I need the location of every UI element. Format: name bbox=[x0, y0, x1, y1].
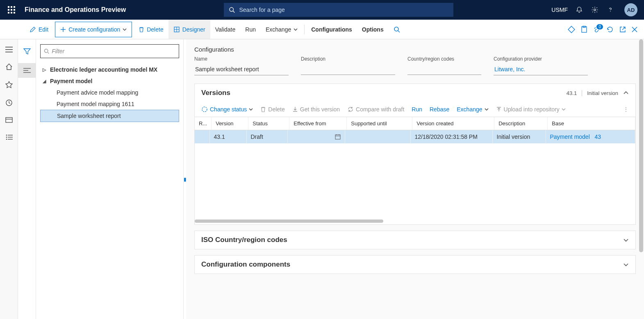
vertical-scrollbar[interactable] bbox=[639, 39, 643, 318]
trash-icon bbox=[139, 27, 144, 32]
edit-button[interactable]: Edit bbox=[25, 20, 53, 39]
home-icon[interactable] bbox=[5, 63, 13, 70]
tree-filter[interactable] bbox=[40, 44, 179, 58]
bell-icon[interactable] bbox=[575, 6, 583, 14]
tree-label: Electronic ledger accounting model MX bbox=[50, 66, 157, 73]
col-description[interactable]: Description bbox=[494, 117, 548, 130]
base-link[interactable]: Payment model bbox=[550, 133, 590, 140]
base-version: 43 bbox=[594, 133, 601, 140]
gear-icon[interactable] bbox=[591, 6, 599, 14]
upload-button[interactable]: Upload into repository bbox=[496, 106, 566, 113]
exchange-button[interactable]: Exchange bbox=[261, 20, 303, 39]
cell-created: 12/18/2020 02:31:58 PM bbox=[410, 130, 492, 143]
col-supported[interactable]: Supported until bbox=[347, 117, 412, 130]
modules-icon[interactable] bbox=[5, 134, 13, 140]
filter-pane-icon[interactable] bbox=[18, 44, 36, 59]
designer-button[interactable]: Designer bbox=[168, 20, 210, 39]
horizontal-scrollbar[interactable] bbox=[195, 219, 383, 223]
recent-icon[interactable] bbox=[5, 99, 13, 106]
region-label: Country/region codes bbox=[407, 56, 481, 62]
svg-point-21 bbox=[6, 135, 7, 136]
components-title: Configuration components bbox=[201, 260, 623, 269]
collapse-icon[interactable] bbox=[623, 90, 629, 96]
delete-button[interactable]: Delete bbox=[134, 20, 168, 39]
version-delete-button[interactable]: Delete bbox=[260, 106, 284, 113]
svg-point-2 bbox=[594, 9, 596, 11]
calendar-icon bbox=[335, 134, 341, 140]
options-button[interactable]: Options bbox=[357, 20, 389, 39]
related-info-icon[interactable] bbox=[18, 63, 36, 78]
overflow-button[interactable]: ⋮ bbox=[623, 106, 629, 113]
search-icon bbox=[229, 7, 235, 13]
run-button[interactable]: Run bbox=[240, 20, 261, 39]
search-input[interactable] bbox=[239, 7, 449, 13]
tree-node-payment-mapping-1611[interactable]: Payment model mapping 1611 bbox=[40, 98, 179, 110]
expand-icon[interactable] bbox=[623, 262, 629, 267]
tree-node-electronic-ledger[interactable]: ▷ Electronic ledger accounting model MX bbox=[40, 64, 179, 75]
toolbar-search-button[interactable] bbox=[389, 20, 405, 39]
tree-node-sample-worksheet[interactable]: Sample worksheet report bbox=[40, 110, 179, 122]
workspace-icon[interactable] bbox=[5, 117, 13, 124]
configurations-button[interactable]: Configurations bbox=[306, 20, 357, 39]
compare-button[interactable]: Compare with draft bbox=[347, 106, 404, 113]
cell-base: Payment model 43 bbox=[546, 130, 635, 143]
upload-icon bbox=[496, 106, 502, 112]
tree-node-payment-model[interactable]: ◢ Payment model bbox=[40, 75, 179, 87]
get-version-button[interactable]: Get this version bbox=[292, 106, 340, 113]
name-value[interactable]: Sample worksheet report bbox=[194, 63, 289, 75]
col-effective[interactable]: Effective from bbox=[289, 117, 347, 130]
company-code[interactable]: USMF bbox=[551, 7, 568, 13]
app-launcher[interactable] bbox=[3, 0, 20, 20]
download-icon bbox=[292, 106, 298, 112]
change-status-button[interactable]: Change status bbox=[201, 106, 253, 113]
tree-node-payment-advice[interactable]: Payment advice model mapping bbox=[40, 87, 179, 98]
attachments-badge: 0 bbox=[596, 23, 604, 30]
search-icon bbox=[394, 26, 400, 33]
description-value[interactable] bbox=[301, 63, 395, 75]
create-config-button[interactable]: Create configuration bbox=[55, 22, 132, 37]
hamburger-icon[interactable] bbox=[5, 47, 13, 52]
chevron-down-icon bbox=[485, 107, 489, 111]
popout-icon[interactable] bbox=[619, 26, 626, 33]
version-exchange-button[interactable]: Exchange bbox=[457, 106, 488, 113]
col-checkbox[interactable]: R... bbox=[195, 117, 212, 130]
versions-summary-version: 43.1 bbox=[567, 90, 577, 96]
delete-label: Delete bbox=[147, 26, 163, 33]
name-label: Name bbox=[194, 56, 289, 62]
refresh-icon[interactable] bbox=[606, 26, 614, 33]
col-created[interactable]: Version created bbox=[412, 117, 494, 130]
app-title: Finance and Operations Preview bbox=[25, 6, 126, 14]
expand-icon[interactable] bbox=[623, 237, 629, 243]
plus-icon bbox=[60, 27, 66, 32]
col-version[interactable]: Version bbox=[212, 117, 248, 130]
rebase-button[interactable]: Rebase bbox=[430, 106, 449, 113]
version-run-button[interactable]: Run bbox=[412, 106, 422, 113]
col-base[interactable]: Base bbox=[548, 117, 635, 130]
diamond-icon[interactable] bbox=[568, 26, 575, 33]
tree-label: Sample worksheet report bbox=[57, 113, 121, 119]
svg-point-25 bbox=[6, 139, 7, 140]
star-icon[interactable] bbox=[5, 81, 13, 88]
close-icon[interactable] bbox=[632, 27, 637, 32]
table-row[interactable]: 43.1 Draft 12/18/2020 02:31:58 PM Initia… bbox=[195, 130, 635, 143]
breadcrumb: Configurations bbox=[194, 46, 636, 53]
help-icon[interactable] bbox=[606, 6, 614, 14]
filter-input[interactable] bbox=[52, 48, 175, 54]
region-value[interactable] bbox=[407, 63, 481, 75]
tree-label: Payment model bbox=[50, 78, 92, 84]
svg-point-9 bbox=[394, 27, 398, 31]
validate-button[interactable]: Validate bbox=[210, 20, 241, 39]
chevron-down-icon bbox=[123, 27, 127, 32]
avatar[interactable]: AD bbox=[624, 3, 637, 16]
global-search[interactable] bbox=[224, 3, 453, 17]
cell-effective[interactable] bbox=[287, 130, 345, 143]
attachments-icon[interactable]: 0 bbox=[593, 26, 601, 33]
chevron-down-icon bbox=[249, 107, 253, 111]
provider-value[interactable]: Litware, Inc. bbox=[494, 63, 588, 75]
svg-point-32 bbox=[202, 107, 207, 112]
create-label: Create configuration bbox=[68, 26, 120, 33]
clipboard-icon[interactable] bbox=[581, 26, 587, 33]
svg-point-30 bbox=[44, 49, 48, 52]
col-status[interactable]: Status bbox=[248, 117, 289, 130]
iso-title: ISO Country/region codes bbox=[201, 236, 623, 244]
